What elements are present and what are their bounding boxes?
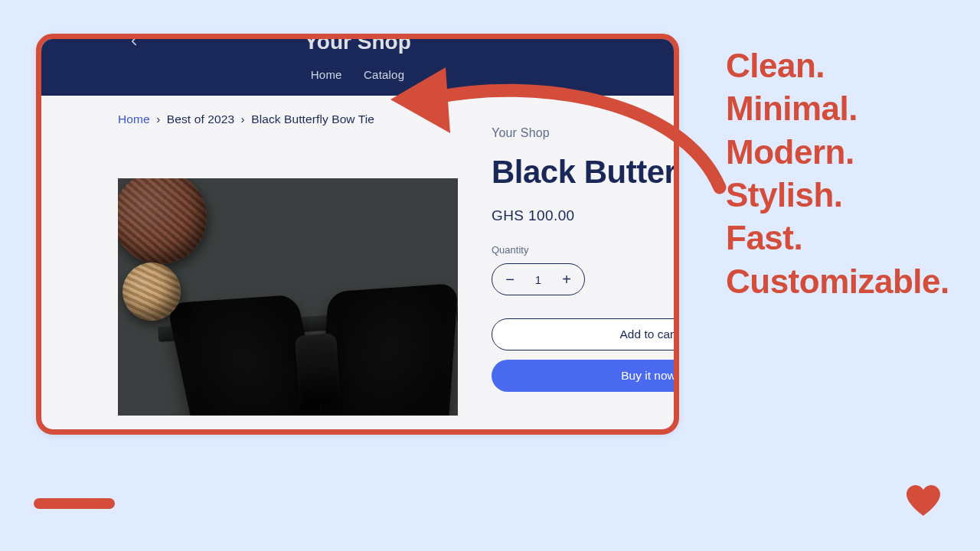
- breadcrumb-collection[interactable]: Best of 2023: [167, 112, 234, 126]
- vendor-name: Your Shop: [492, 126, 679, 140]
- nav-home[interactable]: Home: [311, 68, 342, 81]
- breadcrumb-sep-2: ›: [241, 112, 245, 126]
- accent-bar: [34, 498, 115, 509]
- nav-catalog[interactable]: Catalog: [364, 68, 404, 81]
- site-header: Your Shop Home Catalog: [41, 39, 674, 96]
- bowtie-decoration: [186, 285, 449, 416]
- add-to-cart-button[interactable]: Add to cart: [492, 318, 679, 350]
- feature-callout: Clean. Minimal. Modern. Stylish. Fast. C…: [726, 44, 949, 303]
- product-title: Black Butterf: [492, 154, 679, 191]
- breadcrumb-current: Black Butterfly Bow Tie: [251, 112, 374, 126]
- quantity-label: Quantity: [492, 244, 679, 256]
- wicker-ball-icon: [118, 178, 207, 264]
- breadcrumb: Home › Best of 2023 › Black Butterfly Bo…: [41, 96, 674, 126]
- callout-line-3: Modern.: [726, 131, 949, 174]
- wicker-ball-small-icon: [122, 262, 181, 321]
- buy-now-button[interactable]: Buy it now: [492, 360, 679, 392]
- quantity-value: 1: [535, 273, 541, 286]
- chevron-left-icon[interactable]: [127, 34, 141, 48]
- quantity-increase-button[interactable]: +: [558, 271, 575, 288]
- quantity-stepper[interactable]: − 1 +: [492, 263, 585, 295]
- breadcrumb-home[interactable]: Home: [118, 112, 150, 126]
- product-image[interactable]: [118, 178, 458, 416]
- breadcrumb-sep-1: ›: [156, 112, 160, 126]
- quantity-decrease-button[interactable]: −: [501, 271, 518, 288]
- callout-line-1: Clean.: [726, 44, 949, 87]
- callout-line-4: Stylish.: [726, 174, 949, 217]
- product-price: GHS 100.00: [492, 207, 679, 224]
- callout-line-6: Customizable.: [726, 260, 949, 303]
- callout-line-5: Fast.: [726, 217, 949, 259]
- product-content: Your Shop Black Butterf GHS 100.00 Quant…: [41, 126, 674, 416]
- product-details: Your Shop Black Butterf GHS 100.00 Quant…: [492, 126, 679, 392]
- callout-line-2: Minimal.: [726, 87, 949, 130]
- heart-icon[interactable]: [906, 485, 940, 516]
- product-page-frame: Your Shop Home Catalog Home › Best of 20…: [36, 34, 679, 435]
- main-nav: Home Catalog: [41, 68, 674, 82]
